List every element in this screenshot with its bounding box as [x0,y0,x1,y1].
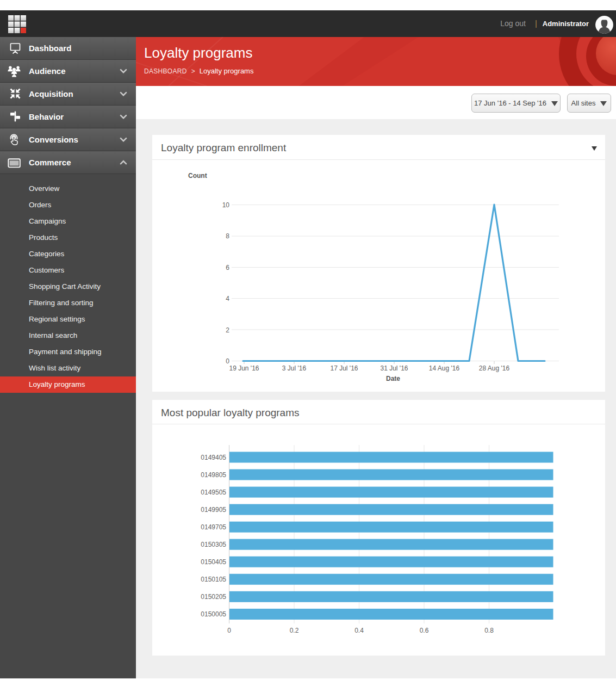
svg-text:0: 0 [227,627,231,634]
svg-text:Date: Date [386,375,400,382]
svg-text:0.8: 0.8 [484,627,494,634]
svg-text:19 Jun '16: 19 Jun '16 [229,364,259,372]
svg-text:4: 4 [226,295,229,302]
svg-text:0150405: 0150405 [201,558,226,566]
svg-text:0150205: 0150205 [201,593,226,601]
svg-text:0149705: 0149705 [201,523,226,531]
svg-text:6: 6 [226,264,229,271]
svg-text:0.6: 0.6 [420,627,429,634]
svg-text:8: 8 [226,232,229,240]
svg-text:2: 2 [226,326,229,334]
svg-text:14 Aug '16: 14 Aug '16 [429,364,460,372]
svg-text:10: 10 [222,201,230,209]
svg-text:0149905: 0149905 [201,506,226,514]
svg-text:0.4: 0.4 [354,627,364,634]
svg-text:3 Jul '16: 3 Jul '16 [282,364,307,372]
svg-text:0149805: 0149805 [201,471,226,479]
svg-text:0150105: 0150105 [201,576,226,583]
svg-text:17 Jul '16: 17 Jul '16 [331,364,358,372]
svg-text:28 Aug '16: 28 Aug '16 [479,364,510,372]
svg-text:31 Jul '16: 31 Jul '16 [381,364,408,372]
svg-text:Count: Count [188,172,207,180]
svg-text:0150305: 0150305 [201,541,226,548]
svg-text:0.2: 0.2 [290,627,299,634]
svg-text:0150005: 0150005 [201,610,226,618]
svg-text:0149405: 0149405 [201,454,226,461]
svg-text:0149505: 0149505 [201,489,226,496]
